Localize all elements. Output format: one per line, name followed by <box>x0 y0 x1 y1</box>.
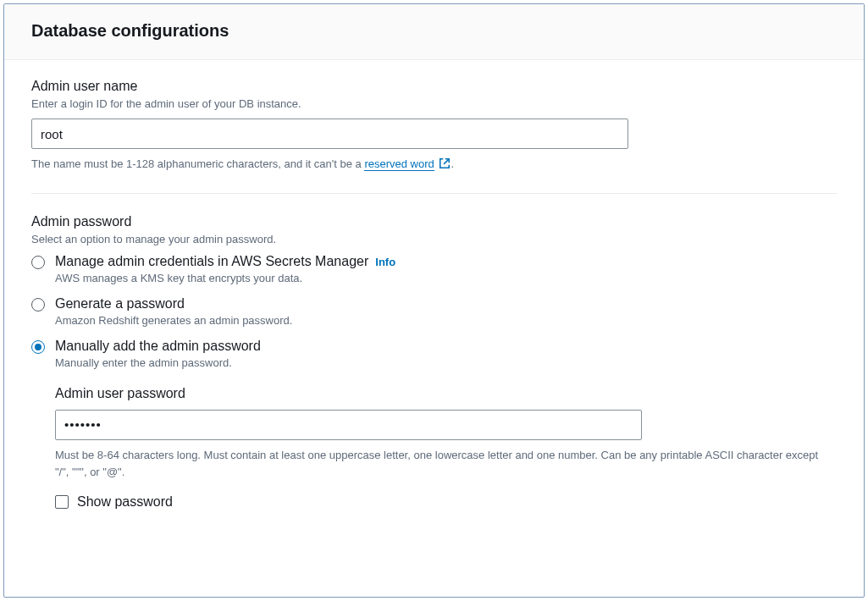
radio-generate-desc: Amazon Redshift generates an admin passw… <box>55 314 837 327</box>
panel-title: Database configurations <box>31 21 837 41</box>
show-password-row: Show password <box>55 494 837 510</box>
admin-user-password-input[interactable] <box>55 410 642 440</box>
constraint-text-post: . <box>451 157 454 170</box>
admin-user-password-label: Admin user password <box>55 386 837 401</box>
admin-user-password-constraint: Must be 8-64 characters long. Must conta… <box>55 447 834 481</box>
radio-manual-desc: Manually enter the admin password. <box>55 356 837 369</box>
radio-generate[interactable] <box>31 298 45 312</box>
admin-user-name-input[interactable] <box>31 119 628 149</box>
reserved-word-link[interactable]: reserved word <box>364 157 434 171</box>
constraint-text-pre: The name must be 1-128 alphanumeric char… <box>31 157 364 170</box>
admin-user-name-field: Admin user name Enter a login ID for the… <box>31 79 837 174</box>
section-divider <box>31 193 837 194</box>
radio-secrets-manager-title: Manage admin credentials in AWS Secrets … <box>55 254 368 269</box>
radio-manual-title: Manually add the admin password <box>55 339 261 353</box>
radio-secrets-manager-desc: AWS manages a KMS key that encrypts your… <box>55 272 837 284</box>
radio-manual[interactable] <box>31 340 45 354</box>
info-link[interactable]: Info <box>375 256 395 268</box>
show-password-checkbox[interactable] <box>55 495 69 509</box>
panel-header: Database configurations <box>4 4 864 60</box>
radio-generate-title: Generate a password <box>55 296 185 311</box>
radio-option-manual[interactable]: Manually add the admin password Manually… <box>31 339 837 369</box>
radio-option-secrets-manager[interactable]: Manage admin credentials in AWS Secrets … <box>31 254 837 284</box>
radio-secrets-manager[interactable] <box>31 256 45 269</box>
admin-password-field: Admin password Select an option to manag… <box>31 214 837 510</box>
admin-user-name-description: Enter a login ID for the admin user of y… <box>31 97 837 110</box>
admin-user-name-constraint: The name must be 1-128 alphanumeric char… <box>31 156 837 174</box>
manual-password-subform: Admin user password Must be 8-64 charact… <box>55 386 837 510</box>
admin-password-description: Select an option to manage your admin pa… <box>31 233 837 245</box>
admin-password-label: Admin password <box>31 214 837 229</box>
admin-user-name-label: Admin user name <box>31 79 837 94</box>
database-configurations-panel: Database configurations Admin user name … <box>3 3 865 598</box>
show-password-label: Show password <box>77 494 173 510</box>
radio-option-generate[interactable]: Generate a password Amazon Redshift gene… <box>31 296 837 327</box>
panel-body: Admin user name Enter a login ID for the… <box>4 60 864 530</box>
external-link-icon <box>439 157 451 174</box>
